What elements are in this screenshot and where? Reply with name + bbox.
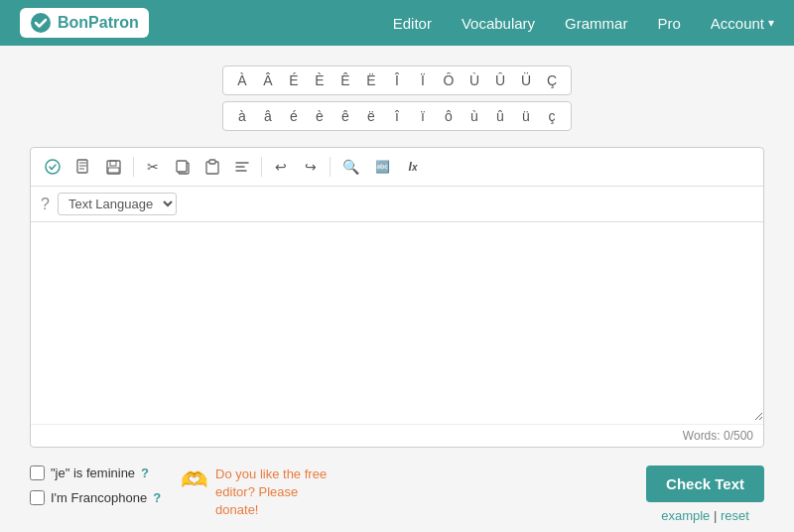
example-reset-links: example | reset xyxy=(661,508,749,523)
char-a-grave-lower[interactable]: à xyxy=(231,106,253,126)
char-A-circ-upper[interactable]: Â xyxy=(257,70,279,90)
svg-rect-7 xyxy=(177,161,187,172)
editor-lang-row: ? Text Language French English xyxy=(31,187,763,222)
toolbar-format-btn[interactable] xyxy=(229,154,255,180)
nav-editor[interactable]: Editor xyxy=(393,15,432,32)
svg-point-0 xyxy=(31,13,51,33)
check-circle-icon xyxy=(45,159,61,175)
nav-links: Editor Vocabulary Grammar Pro Account xyxy=(393,15,774,32)
char-I-circ-upper[interactable]: Î xyxy=(386,70,408,90)
donate-heart-icon: 🫶 xyxy=(181,467,207,493)
char-a-circ-lower[interactable]: â xyxy=(257,106,279,126)
toolbar-save-btn[interactable] xyxy=(100,154,127,180)
reset-link[interactable]: reset xyxy=(721,508,749,523)
language-select[interactable]: Text Language French English xyxy=(58,193,177,215)
char-E-diaer-upper[interactable]: Ë xyxy=(360,70,382,90)
char-U-circ-upper[interactable]: Û xyxy=(489,70,511,90)
francophone-help[interactable]: ? xyxy=(153,490,161,505)
logo-icon xyxy=(30,12,52,34)
char-E-acute-upper[interactable]: É xyxy=(283,70,305,90)
toolbar-sep-2 xyxy=(261,157,262,177)
char-E-circ-upper[interactable]: Ê xyxy=(334,70,356,90)
toolbar-clear-format-btn[interactable]: Ix xyxy=(400,154,426,180)
toolbar-undo-btn[interactable]: ↩ xyxy=(268,154,294,180)
je-feminine-help[interactable]: ? xyxy=(141,466,149,480)
toolbar-paste-btn[interactable] xyxy=(199,154,225,180)
francophone-checkbox[interactable] xyxy=(30,490,45,505)
editor-container: ✂ ↩ xyxy=(30,147,764,448)
svg-rect-4 xyxy=(110,161,116,166)
right-section: Check Text example | reset xyxy=(646,466,764,523)
toolbar-new-btn[interactable] xyxy=(70,154,96,180)
char-I-diaer-upper[interactable]: Ï xyxy=(412,70,434,90)
char-C-cedil-upper[interactable]: Ç xyxy=(541,70,563,90)
navbar: BonPatron Editor Vocabulary Grammar Pro … xyxy=(0,0,794,46)
example-link[interactable]: example xyxy=(661,508,710,523)
nav-grammar[interactable]: Grammar xyxy=(565,15,627,32)
donate-section: 🫶 Do you like the free editor? Please do… xyxy=(181,466,330,520)
new-doc-icon xyxy=(76,159,90,175)
char-O-circ-upper[interactable]: Ô xyxy=(438,70,460,90)
editor-toolbar: ✂ ↩ xyxy=(31,148,763,187)
editor-textarea[interactable] xyxy=(31,222,763,421)
separator: | xyxy=(714,508,717,523)
char-u-grave-lower[interactable]: ù xyxy=(463,106,485,126)
checkboxes: "je" is feminine ? I'm Francophone ? xyxy=(30,466,161,505)
francophone-text: I'm Francophone xyxy=(51,490,147,505)
char-U-diaer-upper[interactable]: Ü xyxy=(515,70,537,90)
je-feminine-checkbox[interactable] xyxy=(30,466,45,480)
char-e-acute-lower[interactable]: é xyxy=(283,106,305,126)
toolbar-find-btn[interactable]: 🔍 xyxy=(336,154,365,180)
char-i-circ-lower[interactable]: î xyxy=(386,106,408,126)
copy-icon xyxy=(176,160,190,175)
svg-point-1 xyxy=(46,160,60,174)
donate-text: Do you like the free editor? Please dona… xyxy=(215,466,330,520)
nav-pro[interactable]: Pro xyxy=(657,15,680,32)
save-icon xyxy=(106,160,121,175)
uppercase-char-row: À Â É È Ê Ë Î Ï Ô Ù Û Ü Ç xyxy=(222,66,572,95)
char-u-diaer-lower[interactable]: ü xyxy=(515,106,537,126)
toolbar-check-btn[interactable] xyxy=(39,154,66,180)
char-e-circ-lower[interactable]: ê xyxy=(334,106,356,126)
francophone-label[interactable]: I'm Francophone ? xyxy=(30,490,161,505)
je-feminine-text: "je" is feminine xyxy=(51,466,135,480)
toolbar-special-search-btn[interactable]: 🔤 xyxy=(369,154,396,180)
paste-icon xyxy=(205,159,219,175)
nav-account[interactable]: Account xyxy=(711,15,774,32)
char-U-grave-upper[interactable]: Ù xyxy=(463,70,485,90)
char-i-diaer-lower[interactable]: ï xyxy=(412,106,434,126)
format-icon xyxy=(235,160,249,175)
char-A-grave-upper[interactable]: À xyxy=(231,70,253,90)
char-u-circ-lower[interactable]: û xyxy=(489,106,511,126)
char-o-circ-lower[interactable]: ô xyxy=(438,106,460,126)
char-c-cedil-lower[interactable]: ç xyxy=(541,106,563,126)
char-e-diaer-lower[interactable]: ë xyxy=(360,106,382,126)
nav-vocabulary[interactable]: Vocabulary xyxy=(462,15,535,32)
je-feminine-label[interactable]: "je" is feminine ? xyxy=(30,466,161,480)
logo-text: BonPatron xyxy=(58,14,139,32)
toolbar-cut-btn[interactable]: ✂ xyxy=(140,154,166,180)
word-count: Words: 0/500 xyxy=(31,424,763,447)
toolbar-sep-3 xyxy=(330,157,331,177)
toolbar-copy-btn[interactable] xyxy=(170,154,196,180)
svg-rect-9 xyxy=(209,160,215,164)
toolbar-redo-btn[interactable]: ↪ xyxy=(298,154,324,180)
char-e-grave-lower[interactable]: è xyxy=(309,106,331,126)
bottom-row: "je" is feminine ? I'm Francophone ? 🫶 D… xyxy=(30,458,764,531)
logo[interactable]: BonPatron xyxy=(20,8,149,38)
main-content: À Â É È Ê Ë Î Ï Ô Ù Û Ü Ç à â é è ê ë î … xyxy=(20,46,774,532)
lowercase-char-row: à â é è ê ë î ï ô ù û ü ç xyxy=(222,101,572,131)
check-text-button[interactable]: Check Text xyxy=(646,466,764,502)
help-icon[interactable]: ? xyxy=(41,196,50,213)
svg-rect-5 xyxy=(108,168,119,173)
toolbar-sep-1 xyxy=(133,157,134,177)
char-E-grave-upper[interactable]: È xyxy=(309,70,331,90)
special-chars: À Â É È Ê Ë Î Ï Ô Ù Û Ü Ç à â é è ê ë î … xyxy=(30,66,764,131)
